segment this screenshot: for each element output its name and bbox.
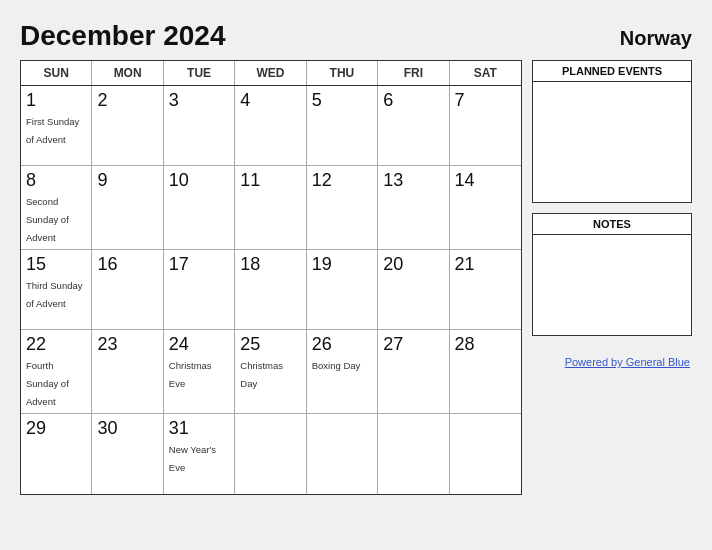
page: December 2024 Norway SUNMONTUEWEDTHUFRIS… (20, 20, 692, 495)
day-number: 25 (240, 334, 300, 355)
day-number: 17 (169, 254, 229, 275)
calendar-cell: 9 (92, 166, 163, 250)
calendar-cell: 24Christmas Eve (164, 330, 235, 414)
calendar-header: SUNMONTUEWEDTHUFRISAT (21, 61, 521, 86)
sidebar: PLANNED EVENTS NOTES Powered by General … (532, 60, 692, 495)
calendar-body: 1First Sunday of Advent2345678Second Sun… (21, 86, 521, 494)
calendar-cell: 10 (164, 166, 235, 250)
calendar-cell: 5 (307, 86, 378, 166)
day-label: First Sunday of Advent (26, 116, 79, 145)
day-header: TUE (164, 61, 235, 85)
footer: Powered by General Blue (532, 352, 692, 370)
calendar-cell (235, 414, 306, 494)
day-number: 10 (169, 170, 229, 191)
calendar-cell: 14 (450, 166, 521, 250)
country-label: Norway (620, 27, 692, 50)
calendar-cell: 21 (450, 250, 521, 330)
calendar-cell: 15Third Sunday of Advent (21, 250, 92, 330)
day-label: Fourth Sunday of Advent (26, 360, 69, 407)
day-number: 9 (97, 170, 157, 191)
calendar-cell: 20 (378, 250, 449, 330)
calendar-cell (307, 414, 378, 494)
day-number: 4 (240, 90, 300, 111)
calendar-cell: 1First Sunday of Advent (21, 86, 92, 166)
calendar-cell: 19 (307, 250, 378, 330)
day-header: FRI (378, 61, 449, 85)
day-label: New Year's Eve (169, 444, 216, 473)
day-number: 31 (169, 418, 229, 439)
day-number: 5 (312, 90, 372, 111)
calendar-cell: 26Boxing Day (307, 330, 378, 414)
day-number: 27 (383, 334, 443, 355)
calendar-cell: 2 (92, 86, 163, 166)
calendar-cell: 22Fourth Sunday of Advent (21, 330, 92, 414)
day-number: 22 (26, 334, 86, 355)
day-label: Second Sunday of Advent (26, 196, 69, 243)
day-number: 23 (97, 334, 157, 355)
day-number: 6 (383, 90, 443, 111)
day-number: 29 (26, 418, 86, 439)
calendar-cell: 29 (21, 414, 92, 494)
day-header: SAT (450, 61, 521, 85)
calendar-cell (378, 414, 449, 494)
powered-by-link[interactable]: Powered by General Blue (565, 356, 690, 368)
calendar-cell: 27 (378, 330, 449, 414)
main-content: SUNMONTUEWEDTHUFRISAT 1First Sunday of A… (20, 60, 692, 495)
day-number: 20 (383, 254, 443, 275)
day-number: 8 (26, 170, 86, 191)
calendar-cell: 8Second Sunday of Advent (21, 166, 92, 250)
day-number: 15 (26, 254, 86, 275)
day-number: 11 (240, 170, 300, 191)
day-header: SUN (21, 61, 92, 85)
day-number: 13 (383, 170, 443, 191)
calendar-cell: 16 (92, 250, 163, 330)
calendar-cell: 17 (164, 250, 235, 330)
day-number: 14 (455, 170, 516, 191)
planned-events-box: PLANNED EVENTS (532, 60, 692, 203)
calendar-cell: 11 (235, 166, 306, 250)
day-label: Christmas Eve (169, 360, 212, 389)
calendar-cell: 6 (378, 86, 449, 166)
calendar-cell: 28 (450, 330, 521, 414)
calendar-cell: 25Christmas Day (235, 330, 306, 414)
day-header: WED (235, 61, 306, 85)
calendar-cell: 7 (450, 86, 521, 166)
calendar-cell: 30 (92, 414, 163, 494)
calendar-cell: 12 (307, 166, 378, 250)
day-label: Christmas Day (240, 360, 283, 389)
day-number: 2 (97, 90, 157, 111)
day-number: 30 (97, 418, 157, 439)
day-number: 3 (169, 90, 229, 111)
day-number: 19 (312, 254, 372, 275)
calendar-cell: 18 (235, 250, 306, 330)
day-header: THU (307, 61, 378, 85)
notes-box: NOTES (532, 213, 692, 336)
notes-title: NOTES (533, 214, 691, 235)
day-number: 1 (26, 90, 86, 111)
notes-body (533, 235, 691, 335)
day-number: 21 (455, 254, 516, 275)
day-number: 7 (455, 90, 516, 111)
day-number: 16 (97, 254, 157, 275)
calendar-cell: 3 (164, 86, 235, 166)
calendar-cell: 4 (235, 86, 306, 166)
planned-events-title: PLANNED EVENTS (533, 61, 691, 82)
calendar: SUNMONTUEWEDTHUFRISAT 1First Sunday of A… (20, 60, 522, 495)
day-number: 24 (169, 334, 229, 355)
calendar-cell (450, 414, 521, 494)
day-label: Third Sunday of Advent (26, 280, 83, 309)
planned-events-body (533, 82, 691, 202)
day-header: MON (92, 61, 163, 85)
header: December 2024 Norway (20, 20, 692, 52)
calendar-cell: 13 (378, 166, 449, 250)
day-number: 26 (312, 334, 372, 355)
calendar-title: December 2024 (20, 20, 225, 52)
day-number: 12 (312, 170, 372, 191)
calendar-cell: 23 (92, 330, 163, 414)
day-number: 28 (455, 334, 516, 355)
calendar-cell: 31New Year's Eve (164, 414, 235, 494)
day-label: Boxing Day (312, 360, 361, 371)
day-number: 18 (240, 254, 300, 275)
